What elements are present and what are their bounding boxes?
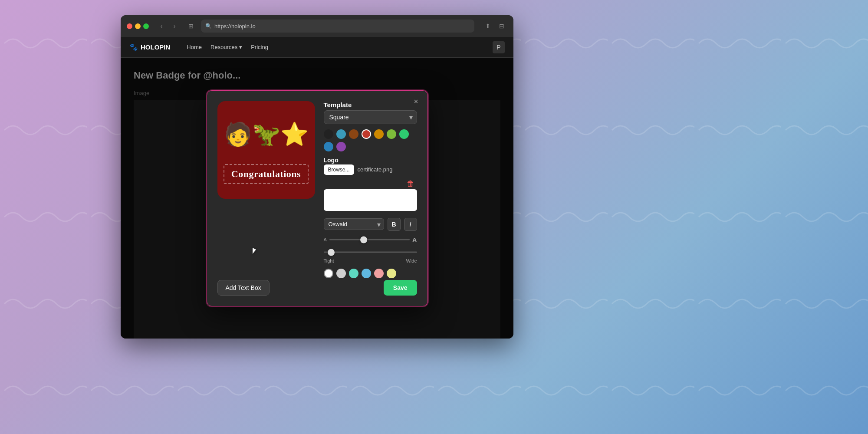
text-swatch-light-gray[interactable] <box>336 269 346 278</box>
spacing-slider-wrapper <box>324 249 417 256</box>
nav-pricing[interactable]: Pricing <box>251 44 268 50</box>
divider-row: 🗑 <box>324 178 417 189</box>
text-swatch-mint[interactable] <box>349 269 358 278</box>
template-section: Template Square Circle Hexagon <box>324 101 417 124</box>
site-content: New Badge for @holo... Image 🐙 Badge nam… <box>121 58 513 339</box>
chevron-down-icon: ▾ <box>239 44 242 50</box>
nav-right: P <box>493 41 505 53</box>
add-text-button[interactable]: Add Text Box <box>217 280 270 296</box>
font-select-wrapper: Oswald Arial Georgia Roboto <box>324 218 384 230</box>
text-swatch-sky-blue[interactable] <box>362 269 371 278</box>
forward-button[interactable]: › <box>169 20 180 32</box>
tab-view-button[interactable]: ⊞ <box>185 20 197 32</box>
color-swatch-red[interactable] <box>362 129 371 139</box>
save-button[interactable]: Save <box>384 280 417 296</box>
size-slider-max-label: A <box>412 236 417 243</box>
template-select[interactable]: Square Circle Hexagon <box>324 110 417 124</box>
logo-text: HOLOPIN <box>141 43 170 51</box>
font-controls: Oswald Arial Georgia Roboto B I <box>324 218 417 231</box>
size-slider-min-label: A <box>324 237 327 242</box>
color-swatch-orange[interactable] <box>374 129 384 139</box>
color-swatch-blue[interactable] <box>324 142 333 151</box>
address-bar[interactable]: 🔍 https://holopin.io <box>201 20 474 33</box>
color-swatch-brown[interactable] <box>349 129 358 139</box>
url-text: https://holopin.io <box>214 23 256 30</box>
spacing-slider-row <box>324 249 417 256</box>
sidebar-button[interactable]: ⊟ <box>496 20 507 32</box>
nav-buttons: ‹ › <box>156 20 180 32</box>
browser-chrome: ‹ › ⊞ 🔍 https://holopin.io ⬆ ⊟ <box>121 15 513 37</box>
logo-section: Logo Browse... certificate.png <box>324 157 417 175</box>
size-slider-section: A A <box>324 236 417 243</box>
close-window-button[interactable] <box>127 23 132 29</box>
modal-right-panel: Template Square Circle Hexagon <box>324 101 417 278</box>
spacing-slider-section: Tight Wide <box>324 249 417 263</box>
delete-button[interactable]: 🗑 <box>404 178 417 189</box>
badge-text-area[interactable]: Congratulations <box>224 164 309 184</box>
search-icon: 🔍 <box>205 23 212 29</box>
size-slider[interactable] <box>329 239 410 240</box>
nav-resources-label: Resources <box>210 44 237 50</box>
back-button[interactable]: ‹ <box>156 20 167 32</box>
text-swatch-pink[interactable] <box>374 269 384 278</box>
color-swatch-yellow-green[interactable] <box>387 129 396 139</box>
text-input[interactable] <box>324 189 417 211</box>
italic-button[interactable]: I <box>404 218 417 231</box>
spacing-wide-label: Wide <box>406 258 417 263</box>
modal-overlay: × 🧑🦖⭐ Congratulations <box>121 58 513 339</box>
color-swatch-purple[interactable] <box>336 142 346 151</box>
modal-close-button[interactable]: × <box>411 97 421 107</box>
site-logo: 🐾 HOLOPIN <box>129 43 170 51</box>
text-swatch-yellow[interactable] <box>387 269 396 278</box>
logo-input-row: Browse... certificate.png <box>324 164 417 175</box>
spacing-tight-label: Tight <box>324 258 334 263</box>
size-slider-row: A A <box>324 236 417 243</box>
site-navbar: 🐾 HOLOPIN Home Resources ▾ Pricing P <box>121 37 513 58</box>
traffic-lights <box>127 23 149 29</box>
template-label: Template <box>324 101 417 108</box>
logo-filename: certificate.png <box>358 166 393 173</box>
share-button[interactable]: ⬆ <box>482 20 493 32</box>
nav-resources[interactable]: Resources ▾ <box>210 44 242 50</box>
spacing-slider[interactable] <box>324 251 417 253</box>
color-swatches <box>324 129 417 151</box>
nav-home[interactable]: Home <box>187 44 202 50</box>
bold-button[interactable]: B <box>388 218 401 231</box>
modal: × 🧑🦖⭐ Congratulations <box>207 90 428 306</box>
logo-icon: 🐾 <box>129 43 138 51</box>
browser-actions: ⬆ ⊟ <box>482 20 507 32</box>
browse-button[interactable]: Browse... <box>324 164 354 175</box>
minimize-window-button[interactable] <box>135 23 141 29</box>
badge-preview-text: Congratulations <box>231 168 301 180</box>
color-swatch-black[interactable] <box>324 129 333 139</box>
color-swatch-teal-blue[interactable] <box>336 129 346 139</box>
browser-window: ‹ › ⊞ 🔍 https://holopin.io ⬆ ⊟ 🐾 HOLOPIN… <box>121 15 513 339</box>
text-swatch-white[interactable] <box>324 269 333 278</box>
fullscreen-window-button[interactable] <box>143 23 149 29</box>
template-select-wrapper: Square Circle Hexagon <box>324 110 417 124</box>
text-color-swatches <box>324 269 417 278</box>
modal-footer: Add Text Box Save <box>217 280 417 296</box>
site-nav-links: Home Resources ▾ Pricing <box>187 44 268 50</box>
size-slider-wrapper <box>329 236 410 243</box>
font-select[interactable]: Oswald Arial Georgia Roboto <box>324 218 384 230</box>
badge-art-area: 🧑🦖⭐ <box>217 101 315 164</box>
text-input-section: 🗑 <box>324 180 417 213</box>
badge-preview: 🧑🦖⭐ Congratulations <box>217 101 315 199</box>
modal-body: 🧑🦖⭐ Congratulations Template <box>217 101 417 278</box>
slider-labels: Tight Wide <box>324 258 417 263</box>
color-swatch-green[interactable] <box>399 129 409 139</box>
profile-button[interactable]: P <box>493 41 505 53</box>
badge-preview-emoji: 🧑🦖⭐ <box>224 121 309 148</box>
logo-label: Logo <box>324 157 417 164</box>
